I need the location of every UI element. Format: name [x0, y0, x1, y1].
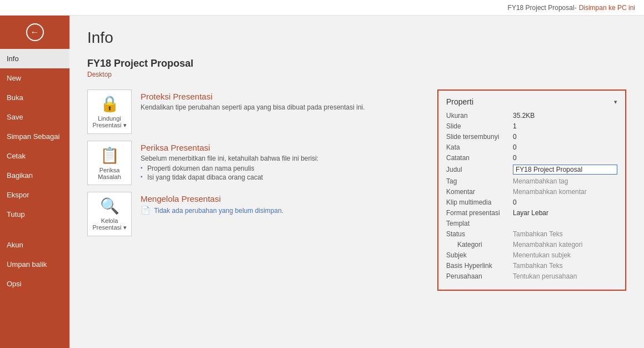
prop-row-komentar: Komentar Menambahkan komentar	[446, 188, 617, 196]
judul-input[interactable]: FY18 Project Proposal	[513, 165, 617, 175]
prop-row-klip: Klip multimedia 0	[446, 198, 617, 206]
prop-row-catatan: Catatan 0	[446, 154, 617, 162]
top-bar: FY18 Project Proposal - Disimpan ke PC i…	[0, 0, 644, 16]
filename-label: FY18 Project Proposal	[508, 4, 575, 12]
prop-row-kata: Kata 0	[446, 143, 617, 151]
basis-hyperlink-field[interactable]: Tambahkan Teks	[513, 262, 617, 270]
kelola-icon-button[interactable]: 🔍 Kelola Presentasi ▾	[87, 192, 132, 236]
kelola-content: Mengelola Presentasi 📄 Tidak ada perubah…	[141, 192, 424, 217]
sidebar-item-buka[interactable]: Buka	[0, 88, 69, 107]
kategori-field[interactable]: Menambahkan kategori	[513, 241, 617, 248]
sidebar-item-umpan-balik[interactable]: Umpan balik	[0, 255, 69, 274]
kelola-title: Mengelola Presentasi	[141, 194, 424, 203]
prop-row-status: Status Tambahkan Teks	[446, 230, 617, 238]
lock-icon: 🔒	[100, 95, 119, 113]
prop-row-judul: Judul FY18 Project Proposal	[446, 165, 617, 175]
prop-row-format: Format presentasi Layar Lebar	[446, 209, 617, 217]
perusahaan-field[interactable]: Tentukan perusahaan	[513, 272, 617, 280]
left-sections: 🔒 Lindungi Presentasi ▾ Proteksi Present…	[87, 90, 424, 291]
prop-row-perusahaan: Perusahaan Tentukan perusahaan	[446, 272, 617, 280]
back-circle-icon: ←	[26, 23, 44, 41]
sidebar-item-simpan-sebagai[interactable]: Simpan Sebagai	[0, 127, 69, 146]
periksa-icon-button[interactable]: 📋 Periksa Masalah	[87, 141, 132, 185]
prop-row-basis-hyperlink: Basis Hyperlink Tambahkan Teks	[446, 262, 617, 270]
manage-icon: 🔍	[100, 197, 119, 215]
props-title: Properti	[446, 97, 473, 106]
props-dropdown-button[interactable]: ▾	[614, 98, 617, 106]
kelola-note: 📄 Tidak ada perubahan yang belum disimpa…	[141, 206, 424, 215]
periksa-title: Periksa Presentasi	[141, 143, 424, 152]
check-icon: 📋	[100, 146, 119, 165]
status-field[interactable]: Tambahkan Teks	[513, 230, 617, 238]
sidebar-item-opsi[interactable]: Opsi	[0, 274, 69, 294]
sidebar-item-akun[interactable]: Akun	[0, 235, 69, 255]
proteksi-icon-label: Lindungi Presentasi ▾	[92, 115, 126, 129]
main-layout: ← Info New Buka Save Simpan Sebagai Ceta…	[0, 16, 644, 348]
section-kelola: 🔍 Kelola Presentasi ▾ Mengelola Presenta…	[87, 192, 424, 236]
sidebar-divider	[0, 224, 69, 235]
proteksi-desc: Kendalikan tipe perubahan seperti apa ya…	[141, 103, 424, 111]
list-item: Properti dokumen dan nama penulis	[141, 165, 424, 172]
section-proteksi: 🔒 Lindungi Presentasi ▾ Proteksi Present…	[87, 90, 424, 134]
proteksi-icon-button[interactable]: 🔒 Lindungi Presentasi ▾	[87, 90, 132, 134]
separator: -	[575, 4, 577, 12]
save-status-link[interactable]: Disimpan ke PC ini	[579, 4, 635, 12]
sidebar: ← Info New Buka Save Simpan Sebagai Ceta…	[0, 16, 69, 348]
proteksi-content: Proteksi Presentasi Kendalikan tipe peru…	[141, 90, 424, 113]
periksa-icon-label: Periksa Masalah	[98, 167, 121, 180]
prop-row-templat: Templat	[446, 220, 617, 227]
file-path[interactable]: Desktop	[87, 71, 626, 78]
periksa-list: Properti dokumen dan nama penulis Isi ya…	[141, 165, 424, 181]
list-item: Isi yang tidak dapat dibaca orang cacat	[141, 173, 424, 181]
prop-row-slide-tersembunyi: Slide tersembunyi 0	[446, 133, 617, 141]
prop-row-kategori: Kategori Menambahkan kategori	[446, 241, 617, 248]
prop-row-tag: Tag Menambahkan tag	[446, 177, 617, 185]
prop-row-slide: Slide 1	[446, 122, 617, 130]
komentar-field[interactable]: Menambahkan komentar	[513, 188, 617, 196]
proteksi-title: Proteksi Presentasi	[141, 92, 424, 101]
kelola-icon-label: Kelola Presentasi ▾	[92, 217, 126, 231]
properties-panel: Properti ▾ Ukuran 35.2KB Slide 1 Slide t…	[437, 90, 626, 291]
periksa-content: Periksa Presentasi Sebelum menerbitkan f…	[141, 141, 424, 182]
info-sections: 🔒 Lindungi Presentasi ▾ Proteksi Present…	[87, 90, 626, 291]
clipboard-icon: 📄	[141, 206, 150, 215]
sidebar-item-bagikan[interactable]: Bagikan	[0, 166, 69, 185]
sidebar-item-new[interactable]: New	[0, 68, 69, 88]
sidebar-item-tutup[interactable]: Tutup	[0, 205, 69, 224]
tag-field[interactable]: Menambahkan tag	[513, 177, 617, 185]
periksa-desc: Sebelum menerbitkan file ini, ketahuilah…	[141, 155, 424, 162]
back-button[interactable]: ←	[0, 16, 69, 49]
section-periksa: 📋 Periksa Masalah Periksa Presentasi Seb…	[87, 141, 424, 185]
prop-row-subjek: Subjek Menentukan subjek	[446, 251, 617, 259]
sidebar-item-save[interactable]: Save	[0, 107, 69, 127]
sidebar-item-ekspor[interactable]: Ekspor	[0, 185, 69, 205]
prop-row-ukuran: Ukuran 35.2KB	[446, 112, 617, 120]
sidebar-item-cetak[interactable]: Cetak	[0, 146, 69, 166]
subjek-field[interactable]: Menentukan subjek	[513, 251, 617, 259]
content-area: Info FY18 Project Proposal Desktop 🔒 Lin…	[69, 16, 644, 348]
props-header: Properti ▾	[446, 97, 617, 106]
page-title: Info	[87, 29, 626, 47]
sidebar-item-info[interactable]: Info	[0, 49, 69, 68]
file-title: FY18 Project Proposal	[87, 58, 626, 69]
